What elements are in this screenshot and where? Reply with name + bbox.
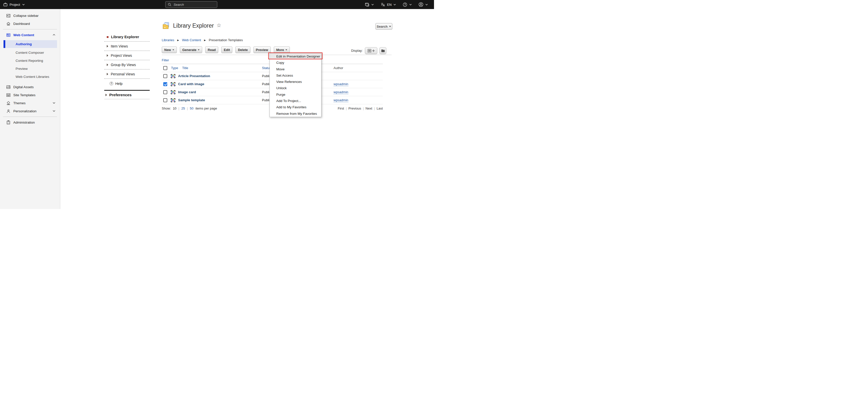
page-size-current: 10 [173,107,176,110]
menu-item-purge[interactable]: Purge [270,91,321,98]
app-switcher-menu[interactable] [365,2,374,7]
breadcrumb-separator-icon: ▶ [177,39,179,41]
web-content-icon [6,33,10,37]
help-menu[interactable] [403,2,412,7]
delete-button[interactable]: Delete [235,47,250,53]
views-nav: Library Explorer Item Views Project View… [104,33,150,99]
sidebar-item-authoring[interactable]: Authoring [3,40,57,48]
item-title-link[interactable]: Image card [178,90,196,94]
sidebar-item-administration[interactable]: Administration [0,118,60,126]
sidebar-item-label: Preview [16,67,28,70]
button-label: Generate [182,48,196,52]
avatar-icon [418,2,424,7]
menu-item-unlock[interactable]: Unlock [270,85,321,91]
show-label: Show: [162,107,171,110]
edit-button[interactable]: Edit [221,47,232,53]
breadcrumb-web-content[interactable]: Web Content [182,38,201,42]
home-icon [6,22,10,26]
column-header-title[interactable]: Title [182,66,188,70]
sidebar-item-label: Dashboard [13,22,30,26]
sidebar-item-digital-assets[interactable]: Digital Assets [0,83,60,91]
new-button[interactable]: New [162,47,177,53]
favorite-star-icon[interactable]: ☆ [217,22,221,28]
theme-icon [6,101,10,105]
item-author-link[interactable]: wpsadmin [334,82,348,86]
sidebar-item-site-templates[interactable]: Site Templates [0,91,60,99]
view-item-views[interactable]: Item Views [104,42,150,51]
search-input[interactable] [174,3,214,6]
item-author-link[interactable]: wpsadmin [334,98,348,102]
previous-page-link[interactable]: Previous [348,107,361,110]
column-header-type[interactable]: Type [171,66,178,70]
breadcrumb-libraries[interactable]: Libraries [162,38,174,42]
image-icon [6,85,10,89]
project-menu[interactable]: Project [3,0,25,9]
row-checkbox[interactable] [163,82,167,86]
global-search[interactable] [165,1,217,8]
read-button[interactable]: Read [205,47,218,53]
user-menu[interactable] [418,2,428,7]
sidebar-item-content-reporting[interactable]: Content Reporting [0,57,60,65]
sidebar-item-dashboard[interactable]: Dashboard [0,20,60,28]
person-icon [6,109,10,113]
folder-view-button[interactable] [379,47,386,54]
item-toolbar: New Generate Read Edit Delete Preview Mo… [162,47,290,53]
chevron-up-icon [53,33,56,36]
sidebar-divider [3,29,57,29]
select-all-checkbox[interactable] [163,66,167,70]
preferences-section[interactable]: Preferences [104,91,150,99]
menu-item-remove-from-my-favorites[interactable]: Remove from My Favorites [270,111,321,117]
sidebar-item-web-content[interactable]: Web Content [0,31,60,39]
view-group-by-views[interactable]: Group By Views [104,60,150,69]
sidebar-item-themes[interactable]: Themes [0,99,60,107]
chevron-down-icon [425,3,428,6]
view-label: Library Explorer [111,35,139,39]
menu-item-add-to-my-favorites[interactable]: Add to My Favorites [270,104,321,110]
menu-item-add-to-project[interactable]: Add To Project... [270,98,321,104]
sidebar-item-web-content-libraries[interactable]: Web Content Libraries [0,72,60,81]
item-title-link[interactable]: Card with image [178,82,204,86]
menu-item-move[interactable]: Move [270,66,321,72]
menu-item-edit-in-presentation-designer[interactable]: Edit in Presentation Designer [270,53,321,60]
separator: | [179,107,179,110]
sidebar-item-personalization[interactable]: Personalization [0,107,60,115]
preview-button[interactable]: Preview [253,47,271,53]
page-size-25[interactable]: 25 [181,107,185,110]
item-title-link[interactable]: Article Presentation [178,74,210,78]
first-page-link[interactable]: First [338,107,344,110]
sidebar-item-preview[interactable]: Preview [0,65,60,72]
item-author-link[interactable]: wpsadmin [334,90,348,94]
list-view-button[interactable] [365,47,377,54]
search-dropdown-button[interactable]: Search [375,23,392,30]
help-link[interactable]: ? Help [104,79,150,88]
sidebar-item-label: Content Reporting [16,59,43,63]
button-label: Preview [256,48,268,52]
more-button[interactable]: More [274,47,290,53]
view-project-views[interactable]: Project Views [104,51,150,60]
page-size-50[interactable]: 50 [190,107,193,110]
sidebar-item-label: Themes [13,101,26,105]
caret-down-icon [198,49,200,50]
view-personal-views[interactable]: Personal Views [104,69,150,79]
column-header-author: Author [334,66,343,70]
row-checkbox[interactable] [163,98,167,102]
generate-button[interactable]: Generate [180,47,202,53]
filter-link[interactable]: Filter [162,58,169,62]
chevron-down-icon [371,3,374,6]
menu-item-copy[interactable]: Copy [270,60,321,66]
collapse-sidebar-button[interactable]: Collapse sidebar [0,11,60,20]
row-checkbox[interactable] [163,90,167,94]
row-checkbox[interactable] [163,74,167,78]
twisty-icon [107,45,108,48]
language-menu[interactable]: EN [380,2,396,7]
page-navigation: First | Previous | Next | Last [352,107,383,110]
item-title-link[interactable]: Sample template [178,98,205,102]
menu-item-set-access[interactable]: Set Access [270,72,321,79]
sidebar-item-content-composer[interactable]: Content Composer [0,49,60,57]
caret-down-icon [389,26,391,27]
next-page-link[interactable]: Next [366,107,372,110]
menu-item-view-references[interactable]: View References [270,79,321,85]
view-library-explorer[interactable]: Library Explorer [104,33,150,42]
last-page-link[interactable]: Last [376,107,383,110]
presentation-template-icon [171,74,175,78]
